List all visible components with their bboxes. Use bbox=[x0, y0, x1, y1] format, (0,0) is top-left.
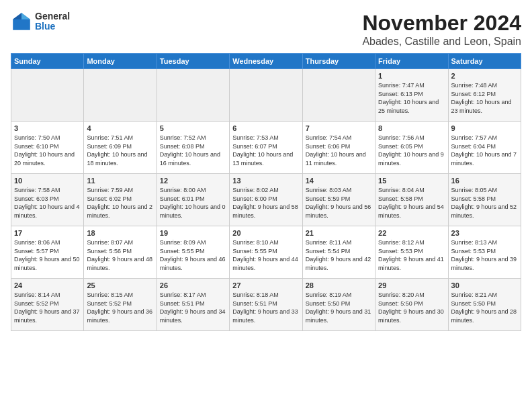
month-title: November 2024 bbox=[362, 11, 521, 36]
calendar-cell: 23Sunrise: 8:13 AMSunset: 5:53 PMDayligh… bbox=[448, 226, 521, 279]
calendar-cell: 6Sunrise: 7:53 AMSunset: 6:07 PMDaylight… bbox=[230, 122, 302, 174]
day-info: Sunrise: 7:59 AMSunset: 6:02 PMDaylight:… bbox=[87, 186, 153, 220]
calendar-cell: 7Sunrise: 7:54 AMSunset: 6:06 PMDaylight… bbox=[302, 122, 375, 174]
calendar-cell: 10Sunrise: 7:58 AMSunset: 6:03 PMDayligh… bbox=[11, 174, 84, 226]
day-number: 15 bbox=[378, 177, 445, 185]
day-number: 4 bbox=[87, 124, 153, 132]
calendar-cell: 4Sunrise: 7:51 AMSunset: 6:09 PMDaylight… bbox=[84, 122, 157, 174]
calendar-table: SundayMondayTuesdayWednesdayThursdayFrid… bbox=[11, 53, 521, 331]
calendar-week-row: 17Sunrise: 8:06 AMSunset: 5:57 PMDayligh… bbox=[11, 226, 521, 279]
day-info: Sunrise: 7:56 AMSunset: 6:05 PMDaylight:… bbox=[378, 134, 445, 167]
day-number: 30 bbox=[451, 281, 518, 289]
day-number: 23 bbox=[451, 229, 518, 237]
logo-blue-text: Blue bbox=[35, 21, 70, 32]
day-number: 2 bbox=[451, 72, 518, 80]
weekday-header-sunday: Sunday bbox=[11, 54, 84, 69]
day-number: 24 bbox=[14, 281, 81, 289]
calendar-cell: 21Sunrise: 8:11 AMSunset: 5:54 PMDayligh… bbox=[302, 226, 375, 279]
day-number: 27 bbox=[232, 281, 299, 289]
logo-general-text: General bbox=[35, 11, 70, 21]
title-block: November 2024 Abades, Castille and Leon,… bbox=[362, 11, 521, 48]
calendar-cell: 30Sunrise: 8:21 AMSunset: 5:50 PMDayligh… bbox=[448, 279, 521, 331]
day-number: 25 bbox=[87, 281, 153, 289]
calendar-cell: 26Sunrise: 8:17 AMSunset: 5:51 PMDayligh… bbox=[157, 279, 229, 331]
day-number: 9 bbox=[451, 124, 518, 132]
day-number: 22 bbox=[378, 229, 445, 237]
calendar-cell: 20Sunrise: 8:10 AMSunset: 5:55 PMDayligh… bbox=[230, 226, 302, 279]
day-info: Sunrise: 7:58 AMSunset: 6:03 PMDaylight:… bbox=[14, 186, 81, 220]
weekday-header-tuesday: Tuesday bbox=[157, 54, 229, 69]
day-info: Sunrise: 7:47 AMSunset: 6:13 PMDaylight:… bbox=[378, 81, 445, 115]
day-number: 14 bbox=[306, 177, 372, 185]
day-info: Sunrise: 7:53 AMSunset: 6:07 PMDaylight:… bbox=[232, 134, 299, 167]
day-number: 8 bbox=[378, 124, 445, 132]
calendar-cell: 28Sunrise: 8:19 AMSunset: 5:50 PMDayligh… bbox=[302, 279, 375, 331]
weekday-header-thursday: Thursday bbox=[302, 54, 375, 69]
day-number: 6 bbox=[232, 124, 299, 132]
day-info: Sunrise: 8:07 AMSunset: 5:56 PMDaylight:… bbox=[87, 238, 153, 272]
day-info: Sunrise: 8:20 AMSunset: 5:50 PMDaylight:… bbox=[378, 291, 445, 324]
calendar-cell: 2Sunrise: 7:48 AMSunset: 6:12 PMDaylight… bbox=[448, 69, 521, 122]
weekday-header-row: SundayMondayTuesdayWednesdayThursdayFrid… bbox=[11, 54, 521, 69]
day-info: Sunrise: 8:15 AMSunset: 5:52 PMDaylight:… bbox=[87, 291, 153, 324]
day-number: 13 bbox=[232, 177, 299, 185]
calendar-cell: 8Sunrise: 7:56 AMSunset: 6:05 PMDaylight… bbox=[375, 122, 448, 174]
day-number: 17 bbox=[14, 229, 81, 237]
calendar-cell: 19Sunrise: 8:09 AMSunset: 5:55 PMDayligh… bbox=[157, 226, 229, 279]
day-number: 11 bbox=[87, 177, 153, 185]
day-info: Sunrise: 8:00 AMSunset: 6:01 PMDaylight:… bbox=[160, 186, 226, 220]
calendar-week-row: 3Sunrise: 7:50 AMSunset: 6:10 PMDaylight… bbox=[11, 122, 521, 174]
calendar-cell: 3Sunrise: 7:50 AMSunset: 6:10 PMDaylight… bbox=[11, 122, 84, 174]
calendar-cell: 12Sunrise: 8:00 AMSunset: 6:01 PMDayligh… bbox=[157, 174, 229, 226]
weekday-header-friday: Friday bbox=[375, 54, 448, 69]
day-info: Sunrise: 7:52 AMSunset: 6:08 PMDaylight:… bbox=[160, 134, 226, 167]
day-info: Sunrise: 8:10 AMSunset: 5:55 PMDaylight:… bbox=[232, 238, 299, 272]
day-number: 29 bbox=[378, 281, 445, 289]
day-number: 26 bbox=[160, 281, 226, 289]
day-number: 19 bbox=[160, 229, 226, 237]
calendar-cell bbox=[302, 69, 375, 122]
calendar-cell: 25Sunrise: 8:15 AMSunset: 5:52 PMDayligh… bbox=[84, 279, 157, 331]
calendar-cell bbox=[230, 69, 302, 122]
calendar-cell: 16Sunrise: 8:05 AMSunset: 5:58 PMDayligh… bbox=[448, 174, 521, 226]
day-number: 12 bbox=[160, 177, 226, 185]
day-info: Sunrise: 8:19 AMSunset: 5:50 PMDaylight:… bbox=[306, 291, 372, 324]
day-info: Sunrise: 8:02 AMSunset: 6:00 PMDaylight:… bbox=[232, 186, 299, 220]
day-info: Sunrise: 8:06 AMSunset: 5:57 PMDaylight:… bbox=[14, 238, 81, 272]
day-number: 20 bbox=[232, 229, 299, 237]
day-info: Sunrise: 8:12 AMSunset: 5:53 PMDaylight:… bbox=[378, 238, 445, 272]
calendar-cell: 5Sunrise: 7:52 AMSunset: 6:08 PMDaylight… bbox=[157, 122, 229, 174]
weekday-header-saturday: Saturday bbox=[448, 54, 521, 69]
day-number: 28 bbox=[306, 281, 372, 289]
logo: General Blue bbox=[11, 11, 70, 32]
calendar-cell: 24Sunrise: 8:14 AMSunset: 5:52 PMDayligh… bbox=[11, 279, 84, 331]
day-info: Sunrise: 8:13 AMSunset: 5:53 PMDaylight:… bbox=[451, 238, 518, 272]
location-title: Abades, Castille and Leon, Spain bbox=[362, 36, 521, 48]
calendar-cell: 9Sunrise: 7:57 AMSunset: 6:04 PMDaylight… bbox=[448, 122, 521, 174]
calendar-cell bbox=[84, 69, 157, 122]
day-info: Sunrise: 7:48 AMSunset: 6:12 PMDaylight:… bbox=[451, 81, 518, 115]
calendar-cell bbox=[157, 69, 229, 122]
calendar-cell: 22Sunrise: 8:12 AMSunset: 5:53 PMDayligh… bbox=[375, 226, 448, 279]
calendar-cell: 13Sunrise: 8:02 AMSunset: 6:00 PMDayligh… bbox=[230, 174, 302, 226]
svg-marker-1 bbox=[21, 13, 30, 19]
day-info: Sunrise: 8:14 AMSunset: 5:52 PMDaylight:… bbox=[14, 291, 81, 324]
calendar-week-row: 10Sunrise: 7:58 AMSunset: 6:03 PMDayligh… bbox=[11, 174, 521, 226]
calendar-week-row: 24Sunrise: 8:14 AMSunset: 5:52 PMDayligh… bbox=[11, 279, 521, 331]
day-info: Sunrise: 8:11 AMSunset: 5:54 PMDaylight:… bbox=[306, 238, 372, 272]
calendar-cell: 29Sunrise: 8:20 AMSunset: 5:50 PMDayligh… bbox=[375, 279, 448, 331]
day-info: Sunrise: 8:17 AMSunset: 5:51 PMDaylight:… bbox=[160, 291, 226, 324]
day-info: Sunrise: 8:03 AMSunset: 5:59 PMDaylight:… bbox=[306, 186, 372, 220]
day-info: Sunrise: 7:50 AMSunset: 6:10 PMDaylight:… bbox=[14, 134, 81, 167]
day-number: 18 bbox=[87, 229, 153, 237]
weekday-header-wednesday: Wednesday bbox=[230, 54, 302, 69]
day-info: Sunrise: 8:09 AMSunset: 5:55 PMDaylight:… bbox=[160, 238, 226, 272]
calendar-cell: 18Sunrise: 8:07 AMSunset: 5:56 PMDayligh… bbox=[84, 226, 157, 279]
calendar-cell bbox=[11, 69, 84, 122]
day-info: Sunrise: 8:18 AMSunset: 5:51 PMDaylight:… bbox=[232, 291, 299, 324]
day-info: Sunrise: 7:54 AMSunset: 6:06 PMDaylight:… bbox=[306, 134, 372, 167]
day-number: 10 bbox=[14, 177, 81, 185]
day-number: 16 bbox=[451, 177, 518, 185]
calendar-cell: 27Sunrise: 8:18 AMSunset: 5:51 PMDayligh… bbox=[230, 279, 302, 331]
day-number: 5 bbox=[160, 124, 226, 132]
